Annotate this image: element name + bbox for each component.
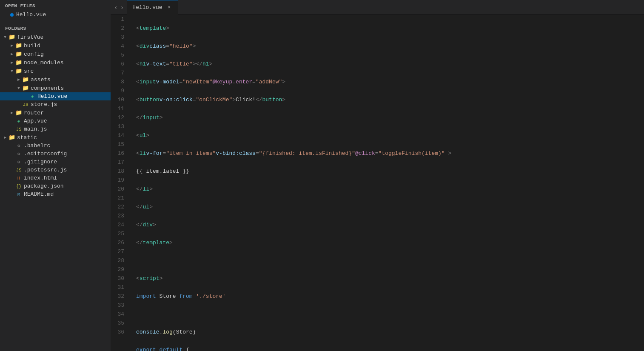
tree-item-editorconfig[interactable]: ▶ ⚙ .editorconfig bbox=[0, 150, 111, 158]
folder-icon: 📁 bbox=[9, 34, 15, 40]
tree-label: src bbox=[24, 68, 34, 74]
code-line-2: <div class="hello"> bbox=[134, 42, 644, 51]
code-content[interactable]: <template> <div class="hello"> <h1 v-tex… bbox=[131, 15, 644, 351]
tab-bar: ‹ › Hello.vue × bbox=[111, 0, 644, 15]
chevron-right-icon: ▶ bbox=[2, 135, 9, 140]
open-file-item[interactable]: Hello.vue bbox=[0, 10, 111, 19]
vue-file-icon: ◈ bbox=[15, 118, 22, 124]
code-line-16: import Store from './store' bbox=[134, 292, 644, 301]
tree-label: firstVue bbox=[17, 34, 43, 40]
code-line-6: </input> bbox=[134, 113, 644, 122]
tree-label: package.json bbox=[24, 183, 64, 189]
sidebar: OPEN FILES Hello.vue FOLDERS ▼ 📁 firstVu… bbox=[0, 0, 111, 351]
js-file-icon: JS bbox=[22, 102, 29, 107]
chevron-right-icon: ▶ bbox=[15, 77, 22, 82]
tree-label: build bbox=[24, 43, 40, 49]
tab-filename: Hello.vue bbox=[132, 4, 162, 11]
json-file-icon: {} bbox=[15, 184, 22, 189]
code-line-18: console.log(Store) bbox=[134, 328, 644, 337]
tree-item-gitignore[interactable]: ▶ ⚙ .gitignore bbox=[0, 158, 111, 166]
tree-label: components bbox=[31, 85, 64, 91]
js-file-icon: JS bbox=[15, 127, 22, 132]
tree-label: config bbox=[24, 51, 44, 57]
folder-icon: 📁 bbox=[15, 42, 22, 49]
code-line-1: <template> bbox=[134, 24, 644, 33]
folder-icon: 📁 bbox=[15, 109, 22, 116]
code-line-17 bbox=[134, 310, 644, 319]
folder-icon: 📁 bbox=[22, 76, 29, 83]
folder-icon: 📁 bbox=[15, 59, 22, 66]
code-line-3: <h1 v-text="title"></h1> bbox=[134, 60, 644, 68]
js-file-icon: JS bbox=[15, 168, 22, 173]
code-line-9: {{ item.label }} bbox=[134, 167, 644, 176]
chevron-right-icon: ▶ bbox=[9, 43, 15, 48]
tree-label: Hello.vue bbox=[37, 93, 67, 100]
tree-item-package-json[interactable]: ▶ {} package.json bbox=[0, 182, 111, 190]
tree-item-config[interactable]: ▶ 📁 config bbox=[0, 50, 111, 58]
tree-label: store.js bbox=[31, 101, 57, 108]
open-file-name: Hello.vue bbox=[16, 11, 46, 18]
dot-file-icon: ⚙ bbox=[15, 159, 22, 165]
chevron-down-icon: ▼ bbox=[15, 86, 22, 91]
tree-item-readme[interactable]: ▶ M README.md bbox=[0, 190, 111, 198]
code-line-10: </li> bbox=[134, 185, 644, 194]
tree-label: static bbox=[17, 134, 37, 141]
code-line-19: export default { bbox=[134, 345, 644, 351]
tree-item-router[interactable]: ▶ 📁 router bbox=[0, 108, 111, 117]
tree-item-assets[interactable]: ▶ 📁 assets bbox=[0, 75, 111, 84]
folder-icon: 📁 bbox=[22, 85, 29, 91]
md-file-icon: M bbox=[15, 192, 22, 197]
tree-item-build[interactable]: ▶ 📁 build bbox=[0, 41, 111, 50]
code-line-4: <input v-model="newItem" @keyup.enter="a… bbox=[134, 77, 644, 86]
tab-back-button[interactable]: ‹ bbox=[113, 3, 119, 11]
tree-item-node-modules[interactable]: ▶ 📁 node_modules bbox=[0, 58, 111, 67]
tree-item-main-js[interactable]: ▶ JS main.js bbox=[0, 125, 111, 133]
tree-item-postcssrc[interactable]: ▶ JS .postcssrc.js bbox=[0, 166, 111, 174]
tab-nav: ‹ › bbox=[111, 3, 127, 11]
open-files-section: OPEN FILES Hello.vue bbox=[0, 0, 111, 19]
tree-label: .gitignore bbox=[24, 159, 57, 165]
tree-label: README.md bbox=[24, 191, 54, 197]
chevron-down-icon: ▼ bbox=[2, 35, 9, 40]
tree-item-firstVue[interactable]: ▼ 📁 firstVue bbox=[0, 33, 111, 41]
tree-item-static[interactable]: ▶ 📁 static bbox=[0, 133, 111, 142]
tab-hello-vue[interactable]: Hello.vue × bbox=[127, 0, 178, 15]
dot-file-icon: ⚙ bbox=[15, 151, 22, 157]
tree-item-components[interactable]: ▼ 📁 components bbox=[0, 84, 111, 92]
code-line-12: </div> bbox=[134, 220, 644, 229]
tree-item-app-vue[interactable]: ▶ ◈ App.vue bbox=[0, 117, 111, 125]
code-line-8: <li v-for="item in items" v-bind:class="… bbox=[134, 149, 644, 158]
folder-icon: 📁 bbox=[9, 134, 15, 141]
tree-label: main.js bbox=[24, 126, 47, 132]
chevron-right-icon: ▶ bbox=[9, 60, 15, 65]
tree-item-index-html[interactable]: ▶ H index.html bbox=[0, 174, 111, 182]
folder-icon: 📁 bbox=[15, 68, 22, 74]
chevron-down-icon: ▼ bbox=[9, 69, 15, 74]
tab-forward-button[interactable]: › bbox=[120, 3, 125, 11]
tree-label: router bbox=[24, 110, 44, 116]
code-line-7: <ul> bbox=[134, 131, 644, 140]
tree-label: assets bbox=[31, 77, 51, 83]
vue-file-icon: ◈ bbox=[29, 94, 36, 99]
tree-label: .editorconfig bbox=[24, 151, 67, 157]
code-line-13: </template> bbox=[134, 238, 644, 247]
code-line-5: <button v-on:click="onClickMe">Click!</b… bbox=[134, 95, 644, 104]
app-layout: OPEN FILES Hello.vue FOLDERS ▼ 📁 firstVu… bbox=[0, 0, 644, 351]
tree-item-store-js[interactable]: ▶ JS store.js bbox=[0, 100, 111, 108]
chevron-right-icon: ▶ bbox=[9, 110, 15, 115]
tree-label: index.html bbox=[24, 175, 57, 181]
tree-label: .postcssrc.js bbox=[24, 167, 67, 173]
code-line-14 bbox=[134, 256, 644, 265]
code-line-11: </ul> bbox=[134, 203, 644, 211]
chevron-right-icon: ▶ bbox=[9, 51, 15, 57]
tree-label: App.vue bbox=[24, 118, 47, 124]
folders-header: FOLDERS bbox=[0, 23, 111, 33]
tree-item-babelrc[interactable]: ▶ ⚙ .babelrc bbox=[0, 142, 111, 150]
editor-area[interactable]: ‹ › Hello.vue × 12345 678910 1112131415 … bbox=[111, 0, 644, 351]
tab-close-button[interactable]: × bbox=[166, 4, 173, 11]
tree-item-hello-vue[interactable]: ▶ ◈ Hello.vue bbox=[0, 92, 111, 100]
code-container: 12345 678910 1112131415 1617181920 21222… bbox=[111, 15, 644, 351]
tree-label: .babelrc bbox=[24, 143, 50, 149]
tree-item-src[interactable]: ▼ 📁 src bbox=[0, 67, 111, 75]
open-files-header: OPEN FILES bbox=[0, 0, 111, 10]
